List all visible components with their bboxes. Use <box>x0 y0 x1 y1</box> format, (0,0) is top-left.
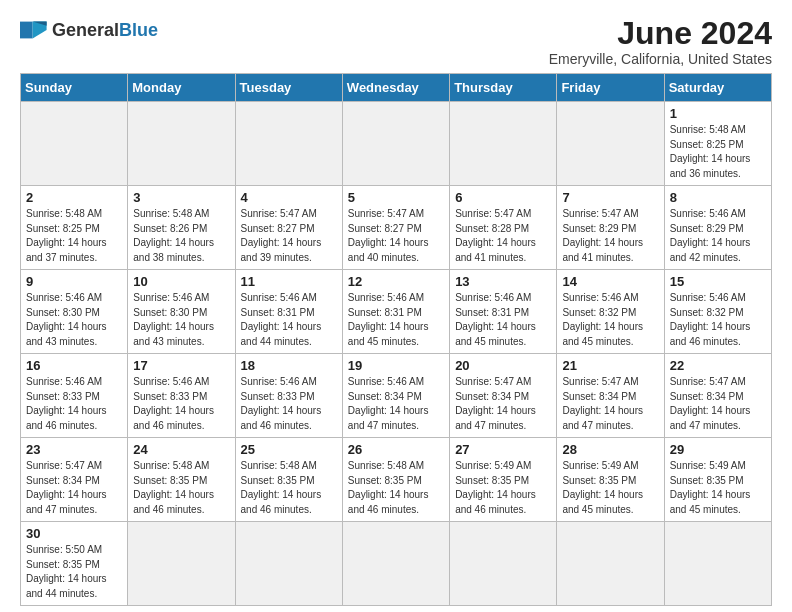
day-number: 8 <box>670 190 766 205</box>
logo: GeneralBlue <box>20 16 158 44</box>
calendar-day-cell: 19Sunrise: 5:46 AMSunset: 8:34 PMDayligh… <box>342 354 449 438</box>
day-info: Sunrise: 5:46 AMSunset: 8:32 PMDaylight:… <box>670 291 766 349</box>
calendar-day-cell: 12Sunrise: 5:46 AMSunset: 8:31 PMDayligh… <box>342 270 449 354</box>
calendar-day-cell: 5Sunrise: 5:47 AMSunset: 8:27 PMDaylight… <box>342 186 449 270</box>
day-info: Sunrise: 5:48 AMSunset: 8:35 PMDaylight:… <box>241 459 337 517</box>
day-number: 2 <box>26 190 122 205</box>
weekday-header-saturday: Saturday <box>664 74 771 102</box>
day-info: Sunrise: 5:46 AMSunset: 8:32 PMDaylight:… <box>562 291 658 349</box>
day-info: Sunrise: 5:46 AMSunset: 8:33 PMDaylight:… <box>26 375 122 433</box>
day-number: 19 <box>348 358 444 373</box>
calendar-day-cell: 10Sunrise: 5:46 AMSunset: 8:30 PMDayligh… <box>128 270 235 354</box>
calendar-day-cell: 24Sunrise: 5:48 AMSunset: 8:35 PMDayligh… <box>128 438 235 522</box>
day-number: 30 <box>26 526 122 541</box>
day-info: Sunrise: 5:46 AMSunset: 8:29 PMDaylight:… <box>670 207 766 265</box>
calendar-day-cell: 6Sunrise: 5:47 AMSunset: 8:28 PMDaylight… <box>450 186 557 270</box>
day-number: 24 <box>133 442 229 457</box>
day-number: 11 <box>241 274 337 289</box>
day-info: Sunrise: 5:46 AMSunset: 8:30 PMDaylight:… <box>133 291 229 349</box>
day-number: 23 <box>26 442 122 457</box>
day-number: 20 <box>455 358 551 373</box>
day-info: Sunrise: 5:47 AMSunset: 8:27 PMDaylight:… <box>241 207 337 265</box>
day-info: Sunrise: 5:48 AMSunset: 8:25 PMDaylight:… <box>670 123 766 181</box>
logo-icon <box>20 16 48 44</box>
day-info: Sunrise: 5:47 AMSunset: 8:34 PMDaylight:… <box>455 375 551 433</box>
page-header: GeneralBlue June 2024 Emeryville, Califo… <box>20 16 772 67</box>
calendar-day-cell: 26Sunrise: 5:48 AMSunset: 8:35 PMDayligh… <box>342 438 449 522</box>
day-number: 1 <box>670 106 766 121</box>
day-number: 6 <box>455 190 551 205</box>
weekday-header-thursday: Thursday <box>450 74 557 102</box>
calendar-day-cell <box>664 522 771 606</box>
calendar-week-row: 9Sunrise: 5:46 AMSunset: 8:30 PMDaylight… <box>21 270 772 354</box>
day-info: Sunrise: 5:49 AMSunset: 8:35 PMDaylight:… <box>455 459 551 517</box>
calendar-week-row: 1Sunrise: 5:48 AMSunset: 8:25 PMDaylight… <box>21 102 772 186</box>
day-info: Sunrise: 5:48 AMSunset: 8:35 PMDaylight:… <box>348 459 444 517</box>
day-number: 21 <box>562 358 658 373</box>
calendar-week-row: 16Sunrise: 5:46 AMSunset: 8:33 PMDayligh… <box>21 354 772 438</box>
calendar-day-cell <box>342 522 449 606</box>
calendar-day-cell <box>557 522 664 606</box>
calendar-day-cell: 15Sunrise: 5:46 AMSunset: 8:32 PMDayligh… <box>664 270 771 354</box>
calendar-week-row: 30Sunrise: 5:50 AMSunset: 8:35 PMDayligh… <box>21 522 772 606</box>
day-number: 10 <box>133 274 229 289</box>
calendar-day-cell: 4Sunrise: 5:47 AMSunset: 8:27 PMDaylight… <box>235 186 342 270</box>
day-number: 3 <box>133 190 229 205</box>
day-info: Sunrise: 5:47 AMSunset: 8:27 PMDaylight:… <box>348 207 444 265</box>
weekday-header-wednesday: Wednesday <box>342 74 449 102</box>
weekday-header-friday: Friday <box>557 74 664 102</box>
location-title: Emeryville, California, United States <box>549 51 772 67</box>
weekday-header-row: SundayMondayTuesdayWednesdayThursdayFrid… <box>21 74 772 102</box>
calendar-day-cell: 30Sunrise: 5:50 AMSunset: 8:35 PMDayligh… <box>21 522 128 606</box>
svg-rect-0 <box>20 22 33 39</box>
calendar-day-cell <box>128 522 235 606</box>
month-title: June 2024 <box>549 16 772 51</box>
weekday-header-sunday: Sunday <box>21 74 128 102</box>
day-number: 16 <box>26 358 122 373</box>
calendar-day-cell <box>450 522 557 606</box>
day-info: Sunrise: 5:46 AMSunset: 8:31 PMDaylight:… <box>348 291 444 349</box>
day-number: 12 <box>348 274 444 289</box>
logo-text: GeneralBlue <box>52 21 158 39</box>
day-number: 29 <box>670 442 766 457</box>
calendar-day-cell: 23Sunrise: 5:47 AMSunset: 8:34 PMDayligh… <box>21 438 128 522</box>
calendar-day-cell: 14Sunrise: 5:46 AMSunset: 8:32 PMDayligh… <box>557 270 664 354</box>
day-info: Sunrise: 5:48 AMSunset: 8:25 PMDaylight:… <box>26 207 122 265</box>
calendar-day-cell <box>235 102 342 186</box>
calendar-day-cell <box>342 102 449 186</box>
title-block: June 2024 Emeryville, California, United… <box>549 16 772 67</box>
day-number: 9 <box>26 274 122 289</box>
day-number: 28 <box>562 442 658 457</box>
calendar-day-cell: 22Sunrise: 5:47 AMSunset: 8:34 PMDayligh… <box>664 354 771 438</box>
day-number: 27 <box>455 442 551 457</box>
day-info: Sunrise: 5:49 AMSunset: 8:35 PMDaylight:… <box>670 459 766 517</box>
calendar-day-cell: 29Sunrise: 5:49 AMSunset: 8:35 PMDayligh… <box>664 438 771 522</box>
day-number: 18 <box>241 358 337 373</box>
calendar-day-cell: 20Sunrise: 5:47 AMSunset: 8:34 PMDayligh… <box>450 354 557 438</box>
calendar-week-row: 2Sunrise: 5:48 AMSunset: 8:25 PMDaylight… <box>21 186 772 270</box>
day-number: 7 <box>562 190 658 205</box>
day-info: Sunrise: 5:47 AMSunset: 8:29 PMDaylight:… <box>562 207 658 265</box>
day-number: 25 <box>241 442 337 457</box>
calendar-day-cell: 2Sunrise: 5:48 AMSunset: 8:25 PMDaylight… <box>21 186 128 270</box>
calendar-day-cell: 3Sunrise: 5:48 AMSunset: 8:26 PMDaylight… <box>128 186 235 270</box>
calendar-day-cell: 28Sunrise: 5:49 AMSunset: 8:35 PMDayligh… <box>557 438 664 522</box>
calendar-day-cell: 8Sunrise: 5:46 AMSunset: 8:29 PMDaylight… <box>664 186 771 270</box>
calendar-day-cell: 27Sunrise: 5:49 AMSunset: 8:35 PMDayligh… <box>450 438 557 522</box>
day-number: 17 <box>133 358 229 373</box>
calendar-day-cell: 11Sunrise: 5:46 AMSunset: 8:31 PMDayligh… <box>235 270 342 354</box>
day-info: Sunrise: 5:50 AMSunset: 8:35 PMDaylight:… <box>26 543 122 601</box>
day-info: Sunrise: 5:46 AMSunset: 8:30 PMDaylight:… <box>26 291 122 349</box>
calendar-day-cell: 9Sunrise: 5:46 AMSunset: 8:30 PMDaylight… <box>21 270 128 354</box>
day-number: 22 <box>670 358 766 373</box>
calendar-day-cell <box>557 102 664 186</box>
calendar-day-cell: 17Sunrise: 5:46 AMSunset: 8:33 PMDayligh… <box>128 354 235 438</box>
calendar-day-cell: 7Sunrise: 5:47 AMSunset: 8:29 PMDaylight… <box>557 186 664 270</box>
calendar-day-cell: 16Sunrise: 5:46 AMSunset: 8:33 PMDayligh… <box>21 354 128 438</box>
day-number: 5 <box>348 190 444 205</box>
weekday-header-monday: Monday <box>128 74 235 102</box>
day-info: Sunrise: 5:47 AMSunset: 8:34 PMDaylight:… <box>26 459 122 517</box>
day-info: Sunrise: 5:49 AMSunset: 8:35 PMDaylight:… <box>562 459 658 517</box>
day-number: 15 <box>670 274 766 289</box>
day-info: Sunrise: 5:47 AMSunset: 8:34 PMDaylight:… <box>670 375 766 433</box>
